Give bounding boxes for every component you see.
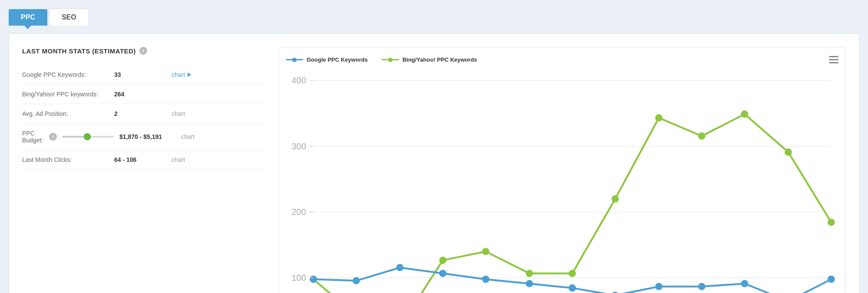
google-dot — [310, 276, 317, 283]
bing-dot — [526, 270, 533, 277]
google-dot — [353, 277, 360, 284]
budget-slider[interactable] — [62, 132, 114, 141]
tabs-container: PPC SEO — [9, 9, 859, 26]
chart-panel: Google PPC Keywords Bing/Yahoo! PPC Keyw… — [278, 47, 846, 293]
stat-chart-text-avg-ad-position: chart — [172, 110, 185, 117]
stat-label-last-month-clicks: Last Month Clicks: — [22, 156, 109, 163]
main-card: LAST MONTH STATS (ESTIMATED) i Google PP… — [9, 33, 859, 293]
google-dot — [396, 264, 404, 271]
legend-bing-label: Bing/Yahoo! PPC Keywords — [403, 56, 477, 63]
stat-row-last-month-clicks: Last Month Clicks: 64 - 106 chart — [22, 150, 265, 170]
google-dot — [828, 276, 835, 283]
chart-svg-area: 400 300 200 100 0 — [286, 70, 838, 293]
stat-chart-text-last-month-clicks: chart — [172, 156, 185, 163]
svg-text:300: 300 — [291, 142, 306, 151]
stat-label-bing-ppc: Bing/Yahoo! PPC keywords: — [22, 91, 109, 98]
line-chart-svg: 400 300 200 100 0 — [286, 70, 838, 293]
budget-info-icon[interactable]: i — [49, 133, 57, 141]
stat-label-ppc-budget: PPC Budget: i — [22, 130, 57, 144]
hamburger-menu-icon[interactable] — [829, 56, 838, 63]
stat-value-avg-ad-position: 2 — [114, 110, 166, 117]
bing-dot — [482, 248, 489, 255]
bing-dot — [655, 114, 663, 122]
stat-chart-text-ppc-budget: chart — [181, 133, 195, 140]
tab-seo[interactable]: SEO — [49, 9, 89, 26]
bing-dot — [828, 219, 835, 226]
stat-row-bing-ppc: Bing/Yahoo! PPC keywords: 264 — [22, 85, 265, 104]
svg-text:200: 200 — [291, 207, 306, 217]
stat-chart-link-google-ppc[interactable]: chart — [172, 71, 191, 78]
stat-value-bing-ppc: 264 — [114, 91, 166, 98]
google-dot — [655, 283, 663, 290]
google-dot — [439, 270, 446, 277]
google-dot — [698, 283, 706, 290]
google-dot — [569, 284, 576, 292]
bing-line — [314, 114, 832, 293]
bing-dot — [785, 148, 792, 156]
legend-google: Google PPC Keywords — [286, 56, 368, 63]
google-dot — [526, 280, 533, 287]
stat-row-avg-ad-position: Avg. Ad Position: 2 chart — [22, 104, 265, 124]
chart-header: Google PPC Keywords Bing/Yahoo! PPC Keyw… — [286, 56, 838, 63]
stat-row-google-ppc: Google PPC Keywords: 33 chart — [22, 65, 265, 85]
slider-thumb[interactable] — [84, 133, 91, 140]
legend-bing: Bing/Yahoo! PPC Keywords — [382, 56, 477, 63]
google-dot — [482, 276, 489, 283]
stat-value-ppc-budget: $1,870 - $5,191 — [119, 133, 176, 140]
tab-ppc[interactable]: PPC — [9, 9, 47, 26]
bing-dot — [611, 195, 619, 203]
stat-value-last-month-clicks: 64 - 106 — [114, 156, 166, 163]
bing-dot — [439, 257, 446, 264]
svg-text:100: 100 — [291, 273, 306, 283]
stats-title-text: LAST MONTH STATS (ESTIMATED) — [22, 47, 136, 55]
slider-track — [62, 136, 114, 138]
bing-dot — [569, 270, 576, 277]
chart-arrow-icon — [188, 72, 191, 77]
stats-panel: LAST MONTH STATS (ESTIMATED) i Google PP… — [22, 47, 265, 293]
google-dot — [741, 280, 749, 287]
bing-dot — [741, 111, 749, 118]
stat-row-ppc-budget: PPC Budget: i $1,870 - $5,191 chart — [22, 124, 265, 150]
legend-google-label: Google PPC Keywords — [307, 56, 368, 63]
stats-title: LAST MONTH STATS (ESTIMATED) i — [22, 47, 265, 55]
bing-dot — [698, 132, 706, 140]
stat-label-google-ppc: Google PPC Keywords: — [22, 71, 109, 78]
stat-value-google-ppc: 33 — [114, 71, 166, 78]
stat-label-avg-ad-position: Avg. Ad Position: — [22, 110, 109, 117]
svg-text:400: 400 — [291, 76, 306, 85]
stats-info-icon[interactable]: i — [139, 47, 147, 55]
